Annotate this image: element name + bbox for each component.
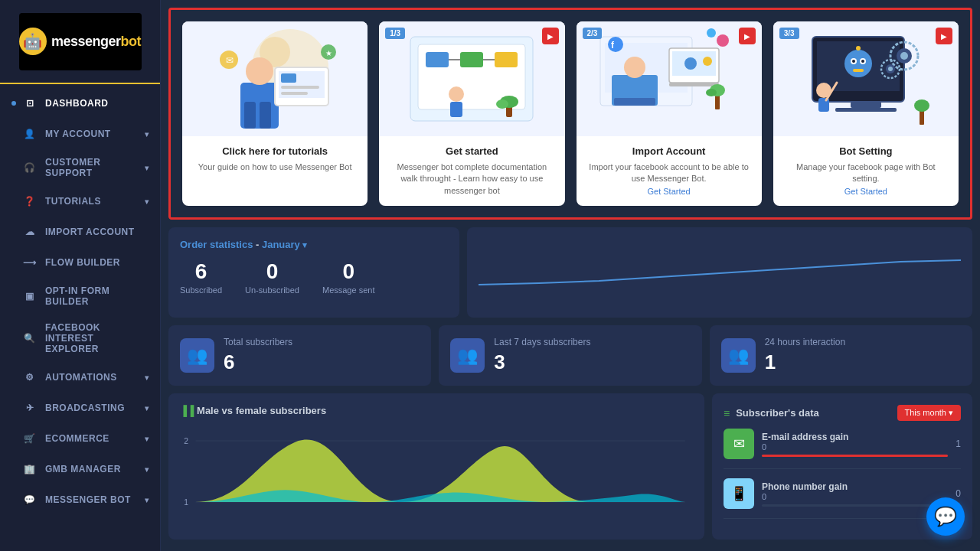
svg-point-62: [888, 67, 893, 71]
tutorial-section: ✉ ★ Click here for tutorials Your guide …: [168, 8, 972, 220]
tutorial-card-get-started[interactable]: 1/3 ▶: [379, 21, 564, 206]
chevron-down-icon: ▾: [145, 197, 149, 206]
svg-rect-54: [853, 69, 864, 72]
month-selector[interactable]: January: [262, 239, 300, 250]
svg-rect-9: [281, 73, 296, 83]
sidebar-item-import-account[interactable]: ☁ IMPORT ACCOUNT: [0, 217, 160, 247]
last7-subscribers-card: 👥 Last 7 days subscribers 3: [439, 325, 701, 386]
card-badge-2: 1/3: [385, 28, 405, 39]
svg-rect-37: [669, 83, 719, 86]
subscriber-data-title: ≡ Subscriber's data This month ▾: [724, 405, 961, 421]
svg-rect-47: [851, 102, 881, 108]
phone-data-info: Phone number gain 0: [762, 481, 948, 507]
month-arrow[interactable]: ▾: [302, 240, 307, 249]
tutorial-card-desc-1: Your guide on how to use Messenger Bot: [191, 161, 358, 173]
messenger-icon: 💬: [22, 492, 38, 507]
card-play-2[interactable]: ▶: [542, 28, 559, 44]
tutorial-card-image-2: 1/3 ▶: [379, 21, 564, 136]
sidebar-item-messenger-bot[interactable]: 💬 MESSENGER BOT ▾: [0, 484, 160, 515]
opt-in-icon: ▣: [22, 289, 38, 304]
svg-point-27: [496, 99, 508, 109]
24h-interaction-icon: 👥: [721, 338, 756, 373]
chevron-down-icon: ▾: [145, 164, 149, 172]
broadcast-icon: ✈: [22, 400, 38, 416]
svg-rect-48: [835, 108, 897, 112]
sidebar-item-opt-in[interactable]: ▣ OPT-IN FORM BUILDER: [0, 278, 160, 315]
nav-menu: ⊡ DASHBOARD 👤 MY ACCOUNT ▾ 🎧 CUSTOMER SU…: [0, 84, 160, 551]
sidebar-item-customer-support[interactable]: 🎧 CUSTOMER SUPPORT ▾: [0, 149, 160, 186]
svg-rect-18: [426, 52, 449, 67]
sidebar-item-my-account[interactable]: 👤 MY ACCOUNT ▾: [0, 119, 160, 149]
sidebar-item-broadcasting[interactable]: ✈ BROADCASTING ▾: [0, 393, 160, 423]
logo-text: messengerbot: [51, 34, 141, 50]
unsubscribed-stat: 0 Un-subscribed: [245, 259, 299, 295]
email-data-info: E-mail address gain 0: [762, 432, 948, 457]
sidebar-item-flow-builder[interactable]: ⟶ FLOW BUILDER: [0, 247, 160, 278]
tutorial-card-image-4: 3/3 ▶: [773, 21, 959, 136]
tutorial-card-desc-2: Messenger bot complete documentation wal…: [388, 161, 555, 197]
get-started-link-3[interactable]: Get Started: [647, 187, 690, 196]
svg-rect-11: [281, 92, 308, 95]
card-play-4[interactable]: ▶: [936, 28, 952, 44]
this-month-button[interactable]: This month ▾: [897, 405, 961, 421]
chevron-down-icon: ▾: [145, 404, 149, 412]
svg-point-44: [707, 28, 716, 37]
svg-point-59: [900, 52, 908, 60]
messenger-fab[interactable]: 💬: [926, 497, 965, 536]
sidebar-item-tutorials[interactable]: ❓ TUTORIALS ▾: [0, 186, 160, 217]
chart-icon: ▐▐: [180, 405, 194, 416]
gender-chart-title: ▐▐ Male vs female subscribers: [180, 405, 693, 416]
svg-text:✉: ✉: [226, 55, 234, 66]
tutorial-card-title-2: Get started: [388, 145, 555, 157]
card-play-3[interactable]: ▶: [739, 28, 756, 44]
email-bar-fill: [762, 455, 948, 457]
sidebar-item-dashboard[interactable]: ⊡ DASHBOARD: [0, 88, 160, 119]
svg-point-4: [246, 57, 273, 85]
tutorial-card-title-4: Bot Setting: [782, 145, 949, 157]
tutorial-card-import[interactable]: 2/3 ▶: [577, 21, 762, 206]
chevron-down-icon: ▾: [145, 496, 149, 504]
email-data-item: ✉ E-mail address gain 0 1: [724, 429, 961, 469]
sidebar: 🤖 messengerbot ⊡ DASHBOARD 👤 MY ACCOUNT …: [0, 0, 161, 551]
sidebar-item-gmb[interactable]: 🏢 GMB MANAGER ▾: [0, 454, 160, 484]
svg-rect-10: [281, 86, 319, 89]
tutorial-card-body-3: Import Account Import your facebook acco…: [577, 136, 762, 206]
card-badge-3: 2/3: [583, 28, 603, 39]
message-sent-stat: 0 Message sent: [322, 259, 374, 295]
logo-area: 🤖 messengerbot: [0, 0, 160, 84]
sidebar-item-automations[interactable]: ⚙ AUTOMATIONS ▾: [0, 362, 160, 393]
order-chart-card: [467, 227, 972, 318]
tutorial-card-tutorials[interactable]: ✉ ★ Click here for tutorials Your guide …: [182, 21, 368, 206]
svg-rect-5: [244, 102, 256, 129]
sidebar-item-facebook-interest[interactable]: 🔍 FACEBOOK INTEREST EXPLORER: [0, 315, 160, 362]
svg-point-56: [856, 46, 861, 51]
account-icon: 👤: [22, 126, 38, 142]
ecommerce-icon: 🛒: [22, 431, 38, 446]
dashboard-icon: ⊡: [22, 96, 38, 111]
svg-text:2: 2: [184, 437, 188, 445]
logo-box: 🤖 messengerbot: [19, 13, 142, 70]
svg-point-23: [449, 86, 464, 102]
svg-rect-6: [260, 102, 271, 129]
svg-rect-20: [495, 52, 518, 67]
total-subscribers-icon: 👥: [180, 338, 214, 373]
main-content: ✉ ★ Click here for tutorials Your guide …: [161, 0, 980, 551]
svg-text:★: ★: [325, 49, 332, 57]
import-icon: ☁: [22, 224, 38, 240]
chevron-down-icon: ▾: [145, 130, 149, 139]
tutorial-card-image-3: 2/3 ▶: [577, 21, 762, 136]
svg-point-67: [914, 99, 929, 112]
24h-interaction-info: 24 hours interaction 1: [765, 337, 845, 374]
svg-point-52: [852, 60, 855, 63]
get-started-link-4[interactable]: Get Started: [844, 187, 887, 196]
sidebar-item-ecommerce[interactable]: 🛒 ECOMMERCE ▾: [0, 423, 160, 454]
svg-rect-24: [450, 102, 462, 117]
subscribed-stat: 6 Subscribed: [180, 259, 222, 295]
svg-point-36: [703, 57, 712, 66]
svg-point-43: [717, 34, 729, 47]
total-subscribers-info: Total subscribers 6: [224, 337, 292, 374]
tutorial-card-bot-setting[interactable]: 3/3 ▶: [773, 21, 959, 206]
order-numbers: 6 Subscribed 0 Un-subscribed 0 Message s…: [180, 259, 448, 295]
phone-icon: 📱: [724, 478, 754, 509]
tutorials-icon: ❓: [22, 194, 38, 209]
